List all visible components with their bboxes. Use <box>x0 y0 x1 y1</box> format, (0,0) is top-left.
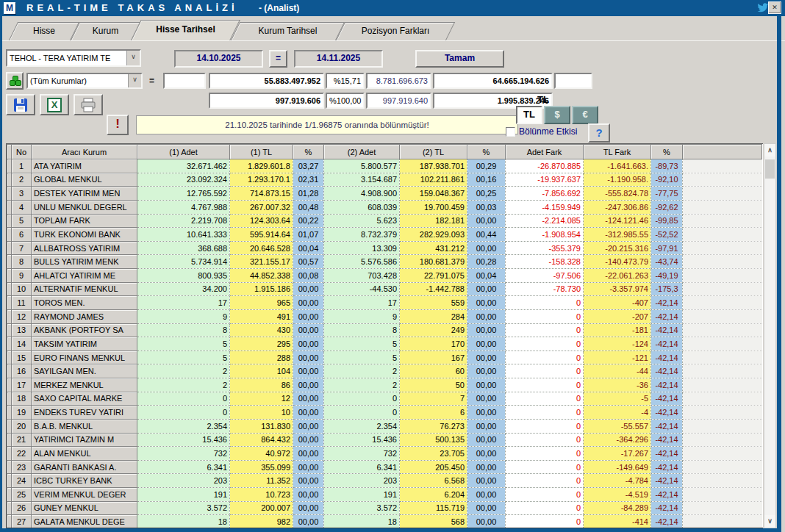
table-row[interactable]: 13AKBANK (PORTFOY SA843000,00824900,000-… <box>7 323 762 337</box>
col-header-adet-fark[interactable]: Adet Fark <box>506 145 584 159</box>
col-header-araci-kurum[interactable]: Aracı Kurum <box>32 145 137 159</box>
table-row[interactable]: 3DESTEK YATIRIM MEN12.765.592714.873.150… <box>7 187 762 201</box>
table-row[interactable]: 15EURO FINANS MENKUL528800,00516700,000-… <box>7 351 762 364</box>
empty-cell <box>683 323 762 337</box>
tl1: 430 <box>230 323 293 337</box>
tl2: 19.700.459 <box>400 200 467 214</box>
adet-fark: -355.379 <box>506 241 584 255</box>
tab-pozisyon-farklari[interactable]: Pozisyon Farkları <box>340 22 451 40</box>
col-header-adet2[interactable]: (2) Adet <box>324 145 400 159</box>
table-row[interactable]: 8BULLS YATIRIM MENK5.734.914321.155.1700… <box>7 255 762 269</box>
split-effect-checkbox[interactable] <box>506 127 515 137</box>
table-row[interactable]: 6TURK EKONOMI BANK10.641.333595.914.6401… <box>7 228 762 242</box>
tl1: 288 <box>230 351 293 364</box>
date-from-field[interactable]: 14.10.2025 <box>174 50 263 68</box>
vertical-scrollbar[interactable]: ∧ ∨ <box>764 143 776 528</box>
col-header-pct1[interactable]: % <box>293 145 324 159</box>
close-icon[interactable]: ✕ <box>768 1 781 14</box>
scrollbar-thumb[interactable] <box>765 159 775 179</box>
tab-kurum[interactable]: Kurum <box>75 22 136 40</box>
table-row[interactable]: 14TAKSIM YATIRIM529500,00517000,000-124-… <box>7 337 762 351</box>
table-row[interactable]: 18SAXO CAPITAL MARKE01200,000700,000-5-4… <box>7 392 762 406</box>
empty-cell <box>683 296 762 310</box>
table-row[interactable]: 7ALLBATROSS YATIRIM368.68820.646.52800,0… <box>7 241 762 255</box>
tl-fark: -84.289 <box>584 501 651 515</box>
empty-cell <box>683 392 762 406</box>
col-header-tl-fark[interactable]: TL Fark <box>584 145 651 159</box>
row-no: 9 <box>12 269 32 283</box>
col-header-pct-fark[interactable]: % <box>651 145 683 159</box>
col-header-pct2[interactable]: % <box>467 145 506 159</box>
adet2: 5.800.577 <box>324 159 400 173</box>
tab-hisse-tarihsel[interactable]: Hisse Tarihsel <box>136 20 235 40</box>
tab-hisse[interactable]: Hisse <box>13 22 75 40</box>
table-row[interactable]: 2GLOBAL MENKUL23.092.3241.293.170.102,31… <box>7 173 762 187</box>
col-header-adet1[interactable]: (1) Adet <box>137 145 230 159</box>
row-no: 25 <box>12 488 32 502</box>
table-row[interactable]: 20B.A.B. MENKUL2.354131.83000,002.35476.… <box>7 419 762 433</box>
tl2: 205.450 <box>400 460 467 474</box>
chevron-down-icon[interactable]: ∨ <box>126 51 140 65</box>
date-to-field[interactable]: 14.11.2025 <box>294 50 383 68</box>
export-excel-button[interactable]: X <box>40 94 69 115</box>
table-row[interactable]: 23GARANTI BANKASI A.6.341355.09900,006.3… <box>7 460 762 474</box>
col-header-tl1[interactable]: (1) TL <box>230 145 293 159</box>
table-row[interactable]: 27GALATA MENKUL DEGE1898200,001856800,00… <box>7 515 762 528</box>
table-row[interactable]: 26GUNEY MENKUL3.572200.00700,003.572115.… <box>7 501 762 515</box>
table-row[interactable]: 17MERKEZ MENKUL28600,0025000,000-36-42,1… <box>7 378 762 392</box>
pct-fark: -42,14 <box>651 419 683 433</box>
row-no: 22 <box>12 447 32 461</box>
col-header-tl2[interactable]: (2) TL <box>400 145 467 159</box>
col-header-no[interactable]: No <box>12 145 32 159</box>
currency-usd-button[interactable]: $ <box>544 106 570 124</box>
broker-name: TAKSIM YATIRIM <box>32 337 137 351</box>
tl-fark: -407 <box>584 296 651 310</box>
tl-fark: -36 <box>584 378 651 392</box>
adet1: 18 <box>137 515 230 528</box>
table-row[interactable]: 16SAYILGAN MEN.210400,0026000,000-44-42,… <box>7 364 762 378</box>
date-equals-button[interactable]: = <box>269 50 287 68</box>
scroll-up-icon[interactable]: ∧ <box>764 144 775 157</box>
filter-input-right[interactable] <box>554 73 592 89</box>
refresh-cubes-icon[interactable] <box>6 72 24 90</box>
help-icon[interactable]: ? <box>588 123 610 143</box>
table-row[interactable]: 24ICBC TURKEY BANK20311.35200,002036.568… <box>7 474 762 488</box>
table-row[interactable]: 12RAYMOND JAMES949100,00928400,000-207-4… <box>7 309 762 323</box>
save-button[interactable] <box>6 94 35 115</box>
table-row[interactable]: 21YATIRIMCI TAZMIN M15.436864.43200,0015… <box>7 433 762 447</box>
print-button[interactable] <box>74 94 103 115</box>
tl2: 6.568 <box>400 474 467 488</box>
twitter-icon[interactable] <box>750 1 767 15</box>
table-row[interactable]: 1ATA YATIRIM32.671.4621.829.601.803,275.… <box>7 159 762 173</box>
table-row[interactable]: 4UNLU MENKUL DEGERL4.767.988267.007.3200… <box>7 200 762 214</box>
adet-fark: 0 <box>506 474 584 488</box>
table-row[interactable]: 22ALAN MENKUL73240.97200,0073223.70500,0… <box>7 447 762 461</box>
pct2: 00,00 <box>467 515 506 528</box>
chevron-down-icon[interactable]: ∨ <box>128 74 141 87</box>
ok-button[interactable]: Tamam <box>415 50 504 68</box>
broker-combobox[interactable]: (Tüm Kurumlar) ∨ <box>26 73 143 89</box>
table-row[interactable]: 5TOPLAM FARK2.219.708124.303.6400,225.62… <box>7 214 762 228</box>
currency-tl-button[interactable]: TL <box>516 106 542 124</box>
adet-sum-field: 64.665.194.626 <box>433 73 553 89</box>
pct2: 00,44 <box>467 228 506 242</box>
filter-input-left[interactable] <box>163 73 206 89</box>
symbol-combobox[interactable]: TEHOL - TERA YATIRIM TE ∨ <box>6 49 141 67</box>
table-row[interactable]: 11TOROS MEN.1796500,001755900,000-407-42… <box>7 296 762 310</box>
tl1: 714.873.15 <box>230 187 293 201</box>
warning-icon[interactable]: ! <box>107 115 129 135</box>
row-no: 6 <box>12 228 32 242</box>
scroll-down-icon[interactable]: ∨ <box>764 515 775 528</box>
adet1: 5 <box>137 337 230 351</box>
table-row[interactable]: 10ALTERNATIF MENKUL34.2001.915.18600,00-… <box>7 282 762 296</box>
table-row[interactable]: 9AHLATCI YATIRIM ME800.93544.852.33800,0… <box>7 269 762 283</box>
table-row[interactable]: 25VERIM MENKUL DEGER19110.72300,001916.2… <box>7 488 762 502</box>
pct2: 00,00 <box>467 309 506 323</box>
tab-kurum-tarihsel[interactable]: Kurum Tarihsel <box>235 22 340 40</box>
pct-fark: -42,14 <box>651 323 683 337</box>
adet-fark: -78.730 <box>506 282 584 296</box>
pct1: 00,04 <box>293 241 324 255</box>
pct-fark: -42,14 <box>651 433 683 447</box>
table-row[interactable]: 19ENDEKS TUREV YATIRI01000,000600,000-4-… <box>7 406 762 420</box>
currency-eur-button[interactable]: € <box>572 106 598 124</box>
